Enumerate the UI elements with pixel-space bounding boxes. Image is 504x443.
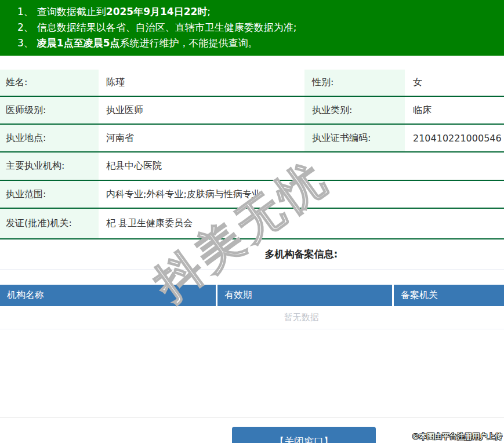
query-result-page: 1、查询数据截止到2025年9月14日22时; 2、信息数据结果以各省、自治区、… [0,0,504,443]
field-label-practice-scope: 执业范围: [0,181,99,208]
notice-text-bold: 凌晨1点至凌晨5点 [37,37,120,49]
table-row: 姓名: 陈瑾 性别: 女 [0,70,504,97]
notice-number: 2、 [17,21,34,33]
bottom-divider [0,417,504,418]
practitioner-info-table: 姓名: 陈瑾 性别: 女 医师级别: 执业医师 执业类别: 临床 执业地点: 河… [0,70,504,239]
field-label-practice-category: 执业类别: [304,97,405,124]
registration-table-header: 机构名称 有效期 备案机关 [0,285,504,306]
column-header-validity-period: 有效期 [217,285,394,306]
field-label-doctor-level: 医师级别: [0,97,99,124]
multi-institution-section-title: 多机构备案信息: [0,239,504,270]
field-label-name: 姓名: [0,70,99,96]
notice-line-1: 1、查询数据截止到2025年9月14日22时; [17,4,498,20]
table-row: 执业范围: 内科专业;外科专业;皮肤病与性病专业 [0,181,504,209]
notice-number: 1、 [17,6,34,17]
field-value-main-institution: 杞县中心医院 [99,160,504,172]
field-value-practice-category: 临床 [405,104,504,117]
field-value-practice-scope: 内科专业;外科专业;皮肤病与性病专业 [99,188,504,201]
field-label-practice-location: 执业地点: [0,125,99,151]
table-row: 发证(批准)机关: 杞 县卫生健康委员会 [0,209,504,239]
notice-text: 信息数据结果以各省、自治区、直辖市卫生健康委数据为准; [37,21,297,33]
notice-line-3: 3、凌晨1点至凌晨5点系统进行维护，不能提供查询。 [17,35,498,51]
column-header-institution-name: 机构名称 [0,285,217,306]
field-value-practice-location: 河南省 [99,132,304,144]
empty-data-placeholder: 暂无数据 [0,306,504,329]
notice-bar: 1、查询数据截止到2025年9月14日22时; 2、信息数据结果以各省、自治区、… [0,0,504,56]
close-window-button[interactable]: 【关闭窗口】 [232,427,376,443]
field-value-issuing-authority: 杞 县卫生健康委员会 [99,217,504,230]
field-value-gender: 女 [405,77,504,89]
notice-text-bold: 2025年9月14日22时 [106,6,207,17]
notice-text: ; [207,6,211,17]
field-label-main-institution: 主要执业机构: [0,152,99,180]
field-label-issuing-authority: 发证(批准)机关: [0,209,99,238]
field-value-certificate-number: 210410221000546 [405,133,504,144]
notice-text: 系统进行维护，不能提供查询。 [120,37,258,49]
field-value-doctor-level: 执业医师 [99,104,304,117]
field-label-certificate-number: 执业证书编码: [304,125,405,151]
notice-text: 查询数据截止到 [37,6,106,17]
field-value-name: 陈瑾 [99,77,304,89]
table-row: 主要执业机构: 杞县中心医院 [0,152,504,181]
table-row: 执业地点: 河南省 执业证书编码: 210410221000546 [0,125,504,152]
table-row: 医师级别: 执业医师 执业类别: 临床 [0,97,504,125]
upload-credit-watermark: ©本图由平台注册用户上传 [412,431,502,442]
notice-line-2: 2、信息数据结果以各省、自治区、直辖市卫生健康委数据为准; [17,20,498,35]
column-header-registration-authority: 备案机关 [394,285,504,306]
field-label-gender: 性别: [304,70,405,96]
notice-number: 3、 [17,37,34,49]
